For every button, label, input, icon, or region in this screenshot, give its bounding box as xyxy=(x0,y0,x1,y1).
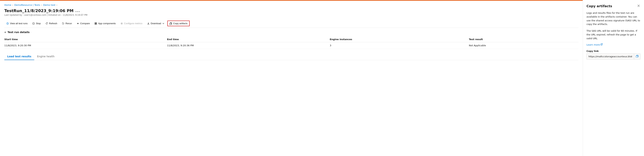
col-engine-instances: Engine instances xyxy=(330,37,469,42)
col-end-time: End time xyxy=(167,37,330,42)
configure-metrics-label: Configure metrics xyxy=(124,22,142,25)
cell-test-result: Not Applicable xyxy=(469,42,578,49)
download-label: Download xyxy=(151,22,161,25)
breadcrumb: Home › DemoResource | Tests › Demo test … xyxy=(4,4,578,6)
refresh-button[interactable]: Refresh xyxy=(44,21,59,26)
col-start-time: Start time xyxy=(4,37,167,42)
download-icon xyxy=(147,22,150,25)
stop-label: Stop xyxy=(36,22,41,25)
compare-icon xyxy=(76,22,79,25)
download-button[interactable]: Download xyxy=(145,21,167,26)
copy-link-label: Copy link xyxy=(586,50,640,52)
stop-icon xyxy=(32,22,35,25)
page-title-row: TestRun_11/8/2023_9:19:06 PM ... xyxy=(4,9,578,13)
page-subtitle: Last Updated by : user1@contoso.com | In… xyxy=(4,14,578,16)
refresh-icon xyxy=(46,22,48,25)
more-options-button[interactable]: ... xyxy=(75,9,80,13)
svg-rect-2 xyxy=(95,22,96,23)
svg-rect-8 xyxy=(170,23,171,25)
app-components-icon xyxy=(94,22,97,25)
main-content: Home › DemoResource | Tests › Demo test … xyxy=(0,0,583,156)
toolbar: View all test runs Stop xyxy=(4,19,578,28)
view-all-test-runs-button[interactable]: View all test runs xyxy=(4,21,30,26)
copy-icon xyxy=(636,55,638,57)
rerun-icon xyxy=(62,22,64,25)
svg-point-6 xyxy=(121,23,122,24)
download-dropdown-icon xyxy=(162,22,164,25)
section-chevron: ∧ xyxy=(4,31,6,33)
side-panel-title: Copy artifacts xyxy=(586,4,612,8)
tab-bar: Load test results Engine health xyxy=(4,53,578,60)
view-all-label: View all test runs xyxy=(10,22,28,25)
breadcrumb-sep-3: › xyxy=(56,4,57,6)
svg-rect-11 xyxy=(636,56,638,57)
page-title: TestRun_11/8/2023_9:19:06 PM xyxy=(4,9,74,13)
view-all-icon xyxy=(6,22,9,25)
tab-engine-health[interactable]: Engine health xyxy=(34,53,58,60)
learn-more-link[interactable]: Learn more xyxy=(586,43,640,46)
configure-metrics-icon xyxy=(120,22,123,25)
test-run-details-label: Test run details xyxy=(8,31,30,34)
side-panel-close-button[interactable] xyxy=(637,4,640,8)
side-panel: Copy artifacts Logs and results files fo… xyxy=(583,0,644,156)
learn-more-label: Learn more xyxy=(586,43,600,46)
side-panel-description-1: Logs and results files for the test run … xyxy=(586,11,640,26)
side-panel-description-2: The SAS URL will be valid for 60 minutes… xyxy=(586,29,640,40)
close-icon xyxy=(638,5,640,7)
stop-button[interactable]: Stop xyxy=(30,21,43,26)
test-run-details-table: Start time End time Engine instances Tes… xyxy=(4,37,578,49)
copy-link-container xyxy=(586,53,640,59)
rerun-label: Rerun xyxy=(66,22,72,25)
side-panel-header: Copy artifacts xyxy=(586,4,640,8)
external-link-icon xyxy=(600,43,602,46)
copy-link-button[interactable] xyxy=(634,54,640,59)
svg-rect-3 xyxy=(96,22,97,23)
test-run-details-header[interactable]: ∧ Test run details xyxy=(4,31,578,34)
rerun-button[interactable]: Rerun xyxy=(60,21,74,26)
cell-start-time: 11/8/2023, 9:20:30 PM xyxy=(4,42,167,49)
compare-button[interactable]: Compare xyxy=(75,21,92,26)
breadcrumb-demo-test[interactable]: Demo test xyxy=(43,4,55,6)
copy-artifacts-button[interactable]: Copy artifacts xyxy=(167,21,190,26)
content-area: Home › DemoResource | Tests › Demo test … xyxy=(0,1,583,156)
svg-rect-4 xyxy=(95,24,96,24)
app-components-button[interactable]: App components xyxy=(92,21,118,26)
breadcrumb-sep-2: › xyxy=(41,4,42,6)
svg-rect-1 xyxy=(33,23,34,24)
col-test-result: Test result xyxy=(469,37,578,42)
svg-rect-5 xyxy=(96,24,97,24)
configure-metrics-button[interactable]: Configure metrics xyxy=(118,21,144,26)
breadcrumb-home[interactable]: Home xyxy=(4,4,11,6)
cell-engine-instances: 3 xyxy=(330,42,469,49)
copy-artifacts-label: Copy artifacts xyxy=(173,22,187,25)
table-row: 11/8/2023, 9:20:30 PM 11/8/2023, 9:20:36… xyxy=(4,42,578,49)
breadcrumb-demo-resource[interactable]: DemoResource | Tests xyxy=(14,4,40,6)
refresh-label: Refresh xyxy=(49,22,57,25)
copy-link-input[interactable] xyxy=(587,54,634,59)
app-components-label: App components xyxy=(98,22,116,25)
breadcrumb-sep-1: › xyxy=(12,4,13,6)
copy-artifacts-icon xyxy=(170,22,172,25)
cell-end-time: 11/8/2023, 9:20:36 PM xyxy=(167,42,330,49)
tab-load-test-results[interactable]: Load test results xyxy=(4,53,34,60)
compare-label: Compare xyxy=(80,22,90,25)
